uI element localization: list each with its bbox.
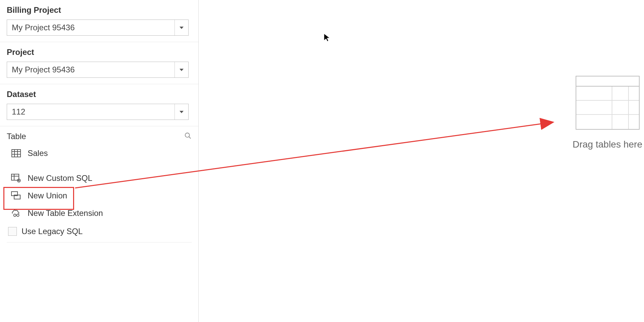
project-dropdown[interactable]: My Project 95436 <box>7 62 189 78</box>
svg-point-15 <box>14 214 16 217</box>
cursor-icon <box>323 33 331 44</box>
table-item-label: Sales <box>28 149 48 158</box>
billing-project-label: Billing Project <box>7 5 192 15</box>
billing-project-value: My Project 95436 <box>12 23 75 32</box>
new-union-label: New Union <box>28 191 67 200</box>
use-legacy-sql-item[interactable]: Use Legacy SQL <box>7 222 192 243</box>
table-icon <box>11 149 22 158</box>
project-label: Project <box>7 47 192 57</box>
table-glyph-icon <box>576 76 640 130</box>
svg-line-1 <box>189 137 191 139</box>
table-section: Table Sales <box>0 126 198 243</box>
table-extension-icon <box>11 208 22 218</box>
dataset-dropdown[interactable]: 112 <box>7 104 189 120</box>
new-table-extension-label: New Table Extension <box>28 208 103 218</box>
custom-sql-icon <box>11 173 22 183</box>
chevron-down-icon <box>174 20 184 35</box>
dataset-section: Dataset 112 <box>0 84 198 126</box>
checkbox-icon[interactable] <box>8 227 17 236</box>
billing-project-section: Billing Project My Project 95436 <box>0 0 198 42</box>
canvas-drop-area[interactable]: Drag tables here <box>199 0 644 322</box>
data-source-sidebar: Billing Project My Project 95436 Project… <box>0 0 199 322</box>
billing-project-dropdown[interactable]: My Project 95436 <box>7 20 189 36</box>
table-section-label: Table <box>7 132 26 141</box>
drop-hint-label: Drag tables here <box>573 139 642 150</box>
new-custom-sql-label: New Custom SQL <box>28 173 92 183</box>
dataset-label: Dataset <box>7 90 192 99</box>
svg-point-0 <box>185 133 190 137</box>
project-value: My Project 95436 <box>12 65 75 74</box>
new-union-item[interactable]: New Union <box>7 187 192 204</box>
use-legacy-sql-label: Use Legacy SQL <box>22 227 83 236</box>
svg-rect-2 <box>12 150 21 157</box>
new-custom-sql-item[interactable]: New Custom SQL <box>7 169 192 187</box>
new-table-extension-item[interactable]: New Table Extension <box>7 204 192 222</box>
project-section: Project My Project 95436 <box>0 42 198 84</box>
search-icon[interactable] <box>184 132 192 141</box>
table-item-sales[interactable]: Sales <box>7 144 192 162</box>
chevron-down-icon <box>174 62 184 77</box>
dataset-value: 112 <box>12 107 25 117</box>
chevron-down-icon <box>174 104 184 120</box>
union-icon <box>11 191 22 200</box>
drop-target: Drag tables here <box>573 76 642 150</box>
svg-point-16 <box>17 214 19 217</box>
